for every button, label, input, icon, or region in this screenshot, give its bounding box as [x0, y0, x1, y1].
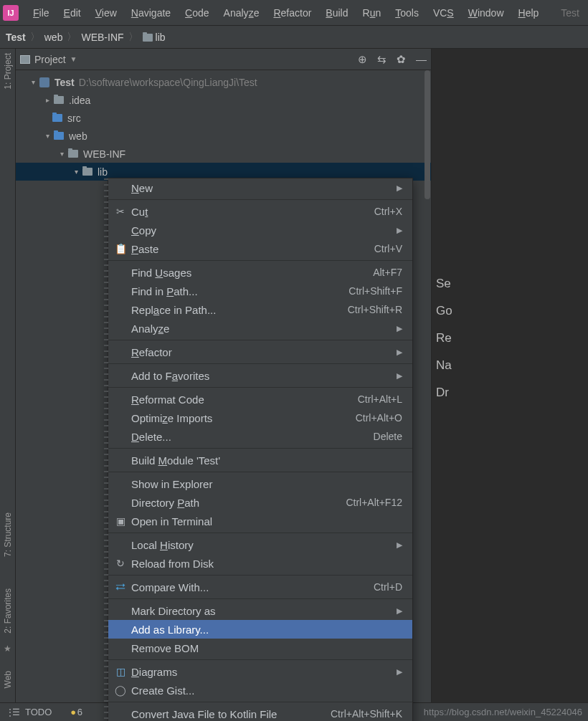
ctx-show-explorer[interactable]: Show in Explorer — [108, 474, 412, 493]
menu-file[interactable]: File — [26, 4, 57, 22]
ctx-paste[interactable]: 📋PasteCtrl+V — [108, 239, 412, 258]
ctx-build-module[interactable]: Build Module 'Test' — [108, 451, 412, 469]
chevron-down-icon[interactable]: ▼ — [70, 55, 77, 63]
target-icon[interactable]: ⊕ — [358, 54, 367, 65]
ctx-find-usages[interactable]: Find UsagesAlt+F7 — [108, 263, 412, 282]
folder-icon — [54, 96, 64, 104]
editor-area: Se Go Re Na Dr — [432, 49, 588, 702]
reload-icon: ↻ — [114, 558, 127, 569]
tree-row-root[interactable]: ▾ Test D:\software\workspace\QingLiangJi… — [16, 73, 431, 91]
folder-icon — [82, 168, 93, 176]
panel-tools: ⊕ ⇆ ✿ — — [358, 54, 427, 65]
crumb-webinf[interactable]: WEB-INF — [81, 32, 123, 43]
ctx-remove-bom[interactable]: Remove BOM — [108, 639, 412, 657]
menu-build[interactable]: Build — [318, 4, 355, 22]
menu-analyze[interactable]: Analyze — [217, 4, 267, 22]
ctx-compare-with[interactable]: ⮂Compare With...Ctrl+D — [108, 578, 412, 596]
compare-icon: ⮂ — [114, 581, 127, 593]
status-menu-icon[interactable] — [6, 707, 18, 717]
github-icon: ◯ — [114, 684, 127, 696]
menu-edit[interactable]: Edit — [57, 4, 88, 22]
folder-icon — [52, 114, 62, 122]
diagram-icon: ◫ — [114, 666, 127, 677]
hint: Na — [432, 358, 588, 373]
menu-navigate[interactable]: Navigate — [124, 4, 178, 22]
status-url: https://blog.csdn.net/weixin_45224046 — [424, 707, 582, 717]
collapse-icon[interactable]: ⇆ — [377, 54, 387, 65]
ctx-replace-in-path[interactable]: Replace in Path...Ctrl+Shift+R — [108, 300, 412, 319]
hide-icon[interactable]: — — [416, 54, 427, 65]
web-folder-icon — [54, 132, 64, 140]
cut-icon: ✂ — [114, 206, 127, 217]
gear-icon[interactable]: ✿ — [397, 54, 406, 65]
tree-row-src[interactable]: src — [16, 109, 431, 127]
ctx-refactor[interactable]: Refactor▶ — [108, 343, 412, 361]
ctx-analyze[interactable]: Analyze▶ — [108, 319, 412, 338]
paste-icon: 📋 — [114, 243, 127, 254]
ctx-cut[interactable]: ✂CutCtrl+X — [108, 202, 412, 221]
panel-header: Project ▼ ⊕ ⇆ ✿ — — [16, 49, 431, 70]
hint: Dr — [432, 386, 588, 400]
ctx-mark-directory[interactable]: Mark Directory as▶ — [108, 601, 412, 620]
ctx-local-history[interactable]: Local History▶ — [108, 535, 412, 554]
ctx-diagrams[interactable]: ◫Diagrams▶ — [108, 662, 412, 681]
ctx-find-in-path[interactable]: Find in Path...Ctrl+Shift+F — [108, 282, 412, 300]
warning-icon — [70, 707, 75, 717]
panel-title[interactable]: Project — [34, 54, 66, 65]
tree-row-webinf[interactable]: ▾ WEB-INF — [16, 145, 431, 163]
gutter-web[interactable]: Web — [3, 671, 13, 688]
ctx-add-as-library[interactable]: Add as Library... — [108, 620, 412, 639]
ctx-reload-disk[interactable]: ↻Reload from Disk — [108, 554, 412, 573]
ctx-delete[interactable]: Delete...Delete — [108, 427, 412, 446]
menu-view[interactable]: View — [88, 4, 124, 22]
menubar: IJ File Edit View Navigate Code Analyze … — [0, 0, 588, 26]
menu-vcs[interactable]: VCS — [426, 4, 461, 22]
breadcrumb-bar: Test 〉 web 〉 WEB-INF 〉 lib — [0, 26, 588, 49]
ctx-reformat[interactable]: Reformat CodeCtrl+Alt+L — [108, 390, 412, 409]
menu-refactor[interactable]: Refactor — [266, 4, 318, 22]
ctx-new[interactable]: New▶ — [108, 178, 412, 197]
crumb-lib[interactable]: lib — [143, 32, 166, 43]
menu-code[interactable]: Code — [178, 4, 216, 22]
gutter-favorites[interactable]: 2: Favorites — [3, 588, 13, 634]
gutter-structure[interactable]: 7: Structure — [3, 512, 13, 557]
folder-icon — [68, 150, 78, 158]
context-menu: New▶ ✂CutCtrl+X Copy▶ 📋PasteCtrl+V Find … — [108, 178, 413, 721]
ctx-add-favorites[interactable]: Add to Favorites▶ — [108, 366, 412, 385]
ctx-directory-path[interactable]: Directory PathCtrl+Alt+F12 — [108, 493, 412, 512]
terminal-icon: ▣ — [114, 515, 127, 527]
panel-icon — [20, 55, 30, 64]
app-icon: IJ — [3, 5, 19, 21]
module-icon — [39, 77, 49, 87]
tree-row-web[interactable]: ▾ web — [16, 127, 431, 145]
ctx-open-terminal[interactable]: ▣Open in Terminal — [108, 512, 412, 530]
crumb-root[interactable]: Test — [6, 32, 26, 43]
ctx-create-gist[interactable]: ◯Create Gist... — [108, 681, 412, 699]
crumb-sep-icon: 〉 — [128, 31, 138, 44]
hint: Se — [432, 277, 588, 291]
menu-help[interactable]: Help — [511, 4, 546, 22]
star-icon — [4, 644, 11, 654]
ctx-optimize-imports[interactable]: Optimize ImportsCtrl+Alt+O — [108, 409, 412, 427]
folder-icon — [143, 34, 153, 42]
menubar-trail: Test — [561, 7, 585, 19]
menu-window[interactable]: Window — [461, 4, 511, 22]
hint: Go — [432, 304, 588, 318]
crumb-sep-icon: 〉 — [30, 31, 40, 44]
tool-gutter: 1: Project 7: Structure 2: Favorites Web — [0, 49, 16, 702]
crumb-sep-icon: 〉 — [67, 31, 77, 44]
ctx-copy[interactable]: Copy▶ — [108, 221, 412, 239]
menu-tools[interactable]: Tools — [388, 4, 426, 22]
hint: Re — [432, 331, 588, 345]
ctx-convert-kotlin[interactable]: Convert Java File to Kotlin FileCtrl+Alt… — [108, 705, 412, 721]
menu-run[interactable]: Run — [356, 4, 389, 22]
status-problem-count[interactable]: 6 — [77, 707, 82, 717]
status-todo[interactable]: TODO — [25, 707, 52, 717]
tree-row-idea[interactable]: ▸ .idea — [16, 91, 431, 109]
crumb-web[interactable]: web — [44, 32, 63, 43]
gutter-project[interactable]: 1: Project — [3, 53, 13, 90]
